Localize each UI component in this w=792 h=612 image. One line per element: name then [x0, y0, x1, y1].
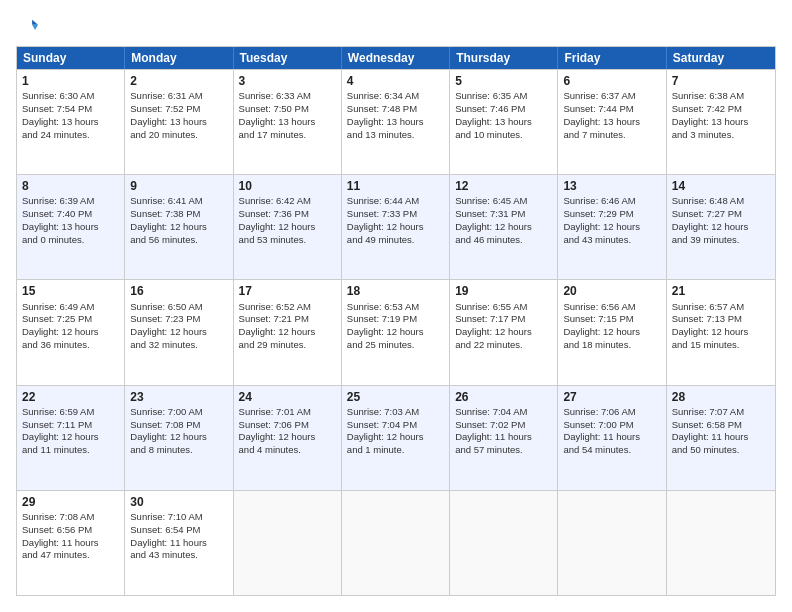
day-info: and 0 minutes.	[22, 234, 119, 247]
svg-marker-0	[32, 20, 38, 25]
day-info: Sunset: 7:44 PM	[563, 103, 660, 116]
day-info: and 50 minutes.	[672, 444, 770, 457]
day-info: Sunset: 7:23 PM	[130, 313, 227, 326]
day-cell-12: 12Sunrise: 6:45 AMSunset: 7:31 PMDayligh…	[450, 175, 558, 279]
logo	[16, 16, 42, 38]
day-cell-8: 8Sunrise: 6:39 AMSunset: 7:40 PMDaylight…	[17, 175, 125, 279]
day-info: Daylight: 12 hours	[455, 326, 552, 339]
day-info: Daylight: 12 hours	[455, 221, 552, 234]
day-number: 21	[672, 283, 770, 299]
day-info: and 10 minutes.	[455, 129, 552, 142]
day-info: and 46 minutes.	[455, 234, 552, 247]
day-info: Sunset: 7:08 PM	[130, 419, 227, 432]
day-number: 12	[455, 178, 552, 194]
day-info: Sunrise: 7:07 AM	[672, 406, 770, 419]
header-cell-sunday: Sunday	[17, 47, 125, 69]
day-cell-5: 5Sunrise: 6:35 AMSunset: 7:46 PMDaylight…	[450, 70, 558, 174]
day-info: Daylight: 12 hours	[563, 326, 660, 339]
day-number: 11	[347, 178, 444, 194]
day-info: and 4 minutes.	[239, 444, 336, 457]
day-number: 26	[455, 389, 552, 405]
page: SundayMondayTuesdayWednesdayThursdayFrid…	[0, 0, 792, 612]
day-info: Daylight: 13 hours	[347, 116, 444, 129]
day-number: 22	[22, 389, 119, 405]
day-info: Sunset: 6:58 PM	[672, 419, 770, 432]
day-info: Sunset: 7:36 PM	[239, 208, 336, 221]
day-cell-4: 4Sunrise: 6:34 AMSunset: 7:48 PMDaylight…	[342, 70, 450, 174]
day-info: Sunset: 7:38 PM	[130, 208, 227, 221]
day-info: Daylight: 11 hours	[22, 537, 119, 550]
day-number: 18	[347, 283, 444, 299]
day-cell-28: 28Sunrise: 7:07 AMSunset: 6:58 PMDayligh…	[667, 386, 775, 490]
day-cell-29: 29Sunrise: 7:08 AMSunset: 6:56 PMDayligh…	[17, 491, 125, 595]
calendar-row-1: 1Sunrise: 6:30 AMSunset: 7:54 PMDaylight…	[17, 69, 775, 174]
day-cell-24: 24Sunrise: 7:01 AMSunset: 7:06 PMDayligh…	[234, 386, 342, 490]
day-info: Sunrise: 6:48 AM	[672, 195, 770, 208]
day-info: Sunset: 7:13 PM	[672, 313, 770, 326]
day-number: 9	[130, 178, 227, 194]
header	[16, 16, 776, 38]
calendar-row-2: 8Sunrise: 6:39 AMSunset: 7:40 PMDaylight…	[17, 174, 775, 279]
day-info: Sunrise: 6:57 AM	[672, 301, 770, 314]
calendar-body: 1Sunrise: 6:30 AMSunset: 7:54 PMDaylight…	[17, 69, 775, 595]
day-info: Sunrise: 6:37 AM	[563, 90, 660, 103]
day-number: 6	[563, 73, 660, 89]
day-info: Sunrise: 7:01 AM	[239, 406, 336, 419]
day-number: 17	[239, 283, 336, 299]
day-info: Sunrise: 7:00 AM	[130, 406, 227, 419]
day-cell-7: 7Sunrise: 6:38 AMSunset: 7:42 PMDaylight…	[667, 70, 775, 174]
day-number: 29	[22, 494, 119, 510]
day-cell-26: 26Sunrise: 7:04 AMSunset: 7:02 PMDayligh…	[450, 386, 558, 490]
day-info: Sunset: 7:33 PM	[347, 208, 444, 221]
day-info: Sunrise: 7:08 AM	[22, 511, 119, 524]
header-cell-friday: Friday	[558, 47, 666, 69]
day-info: Daylight: 11 hours	[563, 431, 660, 444]
day-cell-9: 9Sunrise: 6:41 AMSunset: 7:38 PMDaylight…	[125, 175, 233, 279]
empty-cell	[342, 491, 450, 595]
day-cell-27: 27Sunrise: 7:06 AMSunset: 7:00 PMDayligh…	[558, 386, 666, 490]
day-info: Sunrise: 6:42 AM	[239, 195, 336, 208]
day-cell-14: 14Sunrise: 6:48 AMSunset: 7:27 PMDayligh…	[667, 175, 775, 279]
day-info: Sunrise: 6:39 AM	[22, 195, 119, 208]
day-info: and 18 minutes.	[563, 339, 660, 352]
day-info: Daylight: 13 hours	[22, 116, 119, 129]
day-info: Sunrise: 7:06 AM	[563, 406, 660, 419]
day-info: and 24 minutes.	[22, 129, 119, 142]
day-info: Sunrise: 6:30 AM	[22, 90, 119, 103]
day-cell-16: 16Sunrise: 6:50 AMSunset: 7:23 PMDayligh…	[125, 280, 233, 384]
day-info: Daylight: 12 hours	[239, 431, 336, 444]
day-cell-6: 6Sunrise: 6:37 AMSunset: 7:44 PMDaylight…	[558, 70, 666, 174]
day-info: Sunrise: 6:53 AM	[347, 301, 444, 314]
day-info: Sunset: 7:40 PM	[22, 208, 119, 221]
day-number: 3	[239, 73, 336, 89]
day-cell-30: 30Sunrise: 7:10 AMSunset: 6:54 PMDayligh…	[125, 491, 233, 595]
day-info: Sunset: 7:31 PM	[455, 208, 552, 221]
day-info: and 57 minutes.	[455, 444, 552, 457]
day-number: 5	[455, 73, 552, 89]
calendar-row-5: 29Sunrise: 7:08 AMSunset: 6:56 PMDayligh…	[17, 490, 775, 595]
day-number: 30	[130, 494, 227, 510]
day-info: Daylight: 12 hours	[672, 326, 770, 339]
day-number: 15	[22, 283, 119, 299]
day-info: Sunrise: 6:45 AM	[455, 195, 552, 208]
day-info: Sunrise: 6:31 AM	[130, 90, 227, 103]
day-info: Daylight: 12 hours	[22, 431, 119, 444]
calendar: SundayMondayTuesdayWednesdayThursdayFrid…	[16, 46, 776, 596]
day-info: Sunrise: 6:34 AM	[347, 90, 444, 103]
day-cell-3: 3Sunrise: 6:33 AMSunset: 7:50 PMDaylight…	[234, 70, 342, 174]
header-cell-monday: Monday	[125, 47, 233, 69]
day-info: Daylight: 13 hours	[22, 221, 119, 234]
day-info: Sunset: 7:25 PM	[22, 313, 119, 326]
day-info: and 53 minutes.	[239, 234, 336, 247]
day-info: and 22 minutes.	[455, 339, 552, 352]
day-info: Sunset: 7:06 PM	[239, 419, 336, 432]
day-number: 28	[672, 389, 770, 405]
day-info: Sunrise: 6:33 AM	[239, 90, 336, 103]
day-info: Sunset: 7:50 PM	[239, 103, 336, 116]
day-info: and 47 minutes.	[22, 549, 119, 562]
header-cell-wednesday: Wednesday	[342, 47, 450, 69]
day-number: 27	[563, 389, 660, 405]
day-info: Sunrise: 6:35 AM	[455, 90, 552, 103]
day-info: Sunrise: 6:41 AM	[130, 195, 227, 208]
day-info: Sunrise: 6:52 AM	[239, 301, 336, 314]
